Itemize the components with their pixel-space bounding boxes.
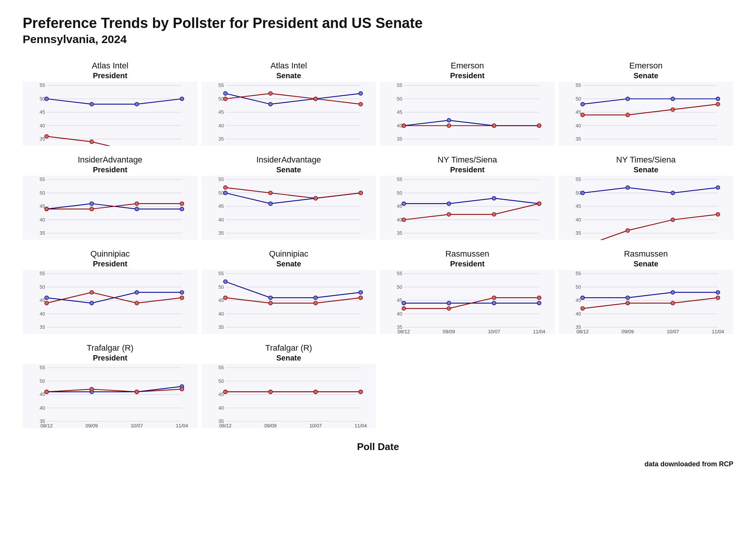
chart-wrap: 5550454035 xyxy=(380,82,555,147)
svg-point-52 xyxy=(492,124,496,128)
svg-point-139 xyxy=(716,186,720,189)
svg-point-71 xyxy=(716,102,720,106)
svg-point-159 xyxy=(90,291,94,294)
svg-text:11/04: 11/04 xyxy=(176,423,188,428)
chart-wrap: 5550454035 xyxy=(201,82,376,147)
svg-point-29 xyxy=(268,102,272,106)
chart-cell: RasmussenPresident555045403508/1209/0910… xyxy=(380,249,555,336)
svg-point-50 xyxy=(402,124,406,128)
race-label: President xyxy=(93,354,127,362)
pollster-name: NY Times/Siena xyxy=(438,155,497,165)
race-label: Senate xyxy=(276,166,301,174)
svg-point-32 xyxy=(223,97,227,101)
svg-point-118 xyxy=(402,202,406,206)
svg-point-216 xyxy=(581,306,584,310)
svg-point-179 xyxy=(359,296,363,300)
svg-text:55: 55 xyxy=(218,82,223,88)
svg-point-83 xyxy=(90,202,94,206)
svg-text:50: 50 xyxy=(575,284,581,290)
chart-wrap: 5550454035 xyxy=(559,176,734,241)
svg-point-141 xyxy=(626,229,629,232)
race-label: Senate xyxy=(276,354,301,362)
svg-point-31 xyxy=(359,91,363,95)
svg-text:11/04: 11/04 xyxy=(711,329,724,334)
chart-wrap: 555045403508/1209/0910/0711/04 xyxy=(380,270,555,336)
svg-text:10/07: 10/07 xyxy=(309,423,322,428)
chart-cell: NY Times/SienaSenate5550454035 xyxy=(559,155,734,241)
svg-point-173 xyxy=(268,296,272,300)
race-label: President xyxy=(450,166,485,174)
pollster-name: Emerson xyxy=(451,61,484,71)
svg-text:35: 35 xyxy=(397,230,402,236)
svg-point-196 xyxy=(492,296,496,300)
svg-text:40: 40 xyxy=(40,405,45,411)
svg-text:40: 40 xyxy=(218,217,223,223)
svg-point-13 xyxy=(180,97,184,101)
svg-point-33 xyxy=(268,91,272,95)
svg-point-191 xyxy=(447,301,451,305)
chart-cell: NY Times/SienaPresident5550454035 xyxy=(380,155,555,241)
svg-point-215 xyxy=(716,291,720,294)
svg-point-47 xyxy=(447,118,451,122)
svg-text:40: 40 xyxy=(397,217,402,223)
svg-text:45: 45 xyxy=(575,203,581,209)
poll-date-label: Poll Date xyxy=(23,441,733,453)
race-label: Senate xyxy=(276,71,301,80)
svg-text:35: 35 xyxy=(575,136,581,142)
svg-text:50: 50 xyxy=(40,284,45,290)
svg-text:08/12: 08/12 xyxy=(398,329,410,334)
svg-point-142 xyxy=(671,218,674,222)
svg-point-28 xyxy=(223,91,227,95)
pollster-name: Rasmussen xyxy=(624,249,668,259)
svg-text:45: 45 xyxy=(218,391,223,397)
svg-text:45: 45 xyxy=(397,297,402,303)
chart-wrap: 5550454035 xyxy=(23,270,198,336)
pollster-name: Trafalgar (R) xyxy=(265,343,312,353)
svg-text:55: 55 xyxy=(397,271,402,276)
svg-point-218 xyxy=(671,301,674,305)
svg-point-88 xyxy=(135,202,139,206)
svg-text:50: 50 xyxy=(40,96,45,102)
chart-cell: Trafalgar (R)Senate555045403508/1209/091… xyxy=(201,343,376,430)
chart-cell: Atlas IntelSenate5550454035 xyxy=(201,61,376,147)
pollster-name: Atlas Intel xyxy=(270,61,307,71)
svg-text:50: 50 xyxy=(575,96,581,102)
svg-point-178 xyxy=(313,301,317,305)
svg-text:45: 45 xyxy=(40,109,45,115)
race-label: Senate xyxy=(634,71,658,80)
svg-point-105 xyxy=(268,191,272,195)
chart-wrap: 5550454035 xyxy=(23,176,198,241)
chart-cell: RasmussenSenate555045403508/1209/0910/07… xyxy=(559,249,734,336)
svg-text:45: 45 xyxy=(397,203,402,209)
svg-point-213 xyxy=(626,296,629,300)
svg-text:50: 50 xyxy=(575,190,581,196)
svg-text:09/09: 09/09 xyxy=(621,329,634,334)
svg-text:40: 40 xyxy=(40,311,45,317)
svg-text:40: 40 xyxy=(397,311,402,317)
svg-text:55: 55 xyxy=(575,271,581,276)
race-label: Senate xyxy=(276,260,301,268)
svg-point-14 xyxy=(45,135,48,138)
svg-point-120 xyxy=(492,197,496,200)
svg-point-261 xyxy=(268,390,272,394)
svg-text:35: 35 xyxy=(40,136,45,142)
svg-text:40: 40 xyxy=(218,405,223,411)
svg-point-69 xyxy=(626,113,629,117)
svg-point-70 xyxy=(671,108,674,111)
svg-point-177 xyxy=(268,301,272,305)
race-label: Senate xyxy=(634,166,658,174)
svg-point-176 xyxy=(223,296,227,300)
svg-text:45: 45 xyxy=(40,203,45,209)
svg-point-10 xyxy=(45,97,48,101)
chart-wrap: 5550454035 xyxy=(201,176,376,241)
svg-text:50: 50 xyxy=(218,96,223,102)
svg-point-86 xyxy=(45,207,48,211)
pollster-name: InsiderAdvantage xyxy=(256,155,321,165)
svg-point-124 xyxy=(492,212,496,216)
svg-text:50: 50 xyxy=(397,96,402,102)
pollster-name: Atlas Intel xyxy=(92,61,129,71)
chart-wrap: 5550454035 xyxy=(380,176,555,241)
main-title: Preference Trends by Pollster for Presid… xyxy=(23,15,733,31)
svg-point-214 xyxy=(671,291,674,294)
svg-point-217 xyxy=(626,301,629,305)
